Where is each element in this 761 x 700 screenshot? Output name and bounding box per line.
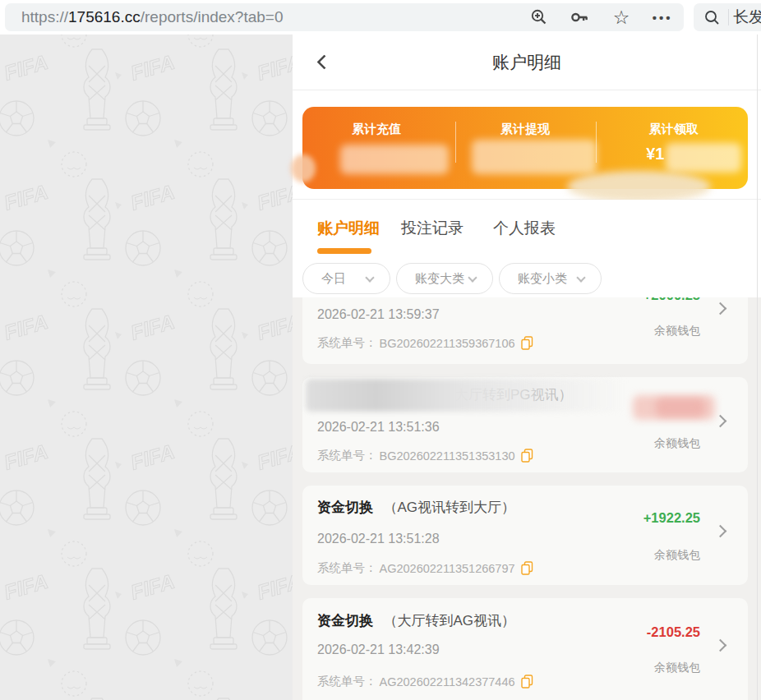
transaction-type: 资金切换	[317, 500, 373, 515]
chevron-down-icon	[365, 273, 374, 282]
transaction-time: 2026-02-21 13:51:36	[317, 420, 440, 435]
redacted-claimed-value	[666, 143, 741, 173]
redacted-blob	[291, 154, 316, 182]
transaction-time: 2026-02-21 13:51:28	[317, 532, 440, 546]
url-domain: 175616.cc	[68, 8, 141, 25]
search-icon	[703, 9, 721, 30]
total-withdraw-label: 累计提现	[451, 122, 600, 137]
wallet-label: 余额钱包	[654, 324, 700, 338]
card-divider	[455, 122, 456, 163]
totals-card: 累计充值 累计提现 累计领取 ¥1	[302, 107, 748, 189]
password-key-icon[interactable]	[570, 7, 590, 27]
browser-toolbar: https://175616.cc/reports/index?tab=0 ☆ …	[0, 0, 761, 35]
page-title: 账户明细	[293, 35, 761, 90]
transaction-card[interactable]: （大厅转到PG视讯） 2026-02-21 13:51:36 系统单号：BG20…	[302, 377, 748, 472]
transaction-order: 系统单号：AG202602211351266797	[317, 560, 533, 576]
copy-icon[interactable]	[521, 336, 533, 350]
chevron-right-icon[interactable]	[714, 415, 727, 428]
fifa-watermark-background: FIFA	[0, 35, 293, 700]
order-number: BG202602211359367106	[380, 337, 515, 350]
redacted-withdraw-value	[472, 140, 597, 174]
transaction-card[interactable]: 资金切换 （AG视讯转到大厅） 2026-02-21 13:51:28 系统单号…	[302, 486, 748, 585]
tab-account-detail[interactable]: 账户明细	[317, 218, 380, 239]
wallet-label: 余额钱包	[654, 436, 700, 451]
url-text: https://175616.cc/reports/index?tab=0	[21, 3, 283, 31]
browser-search-box[interactable]: 长发	[694, 3, 761, 31]
minor-category-dropdown[interactable]: 账变小类	[499, 263, 602, 294]
date-filter-label: 今日	[321, 264, 346, 293]
minor-category-label: 账变小类	[518, 264, 567, 293]
active-tab-indicator	[317, 248, 371, 254]
url-path: /reports/index?tab=0	[141, 8, 284, 25]
chevron-down-icon	[468, 273, 477, 282]
copy-icon[interactable]	[521, 675, 533, 688]
address-bar[interactable]: https://175616.cc/reports/index?tab=0 ☆ …	[5, 3, 684, 31]
transaction-time: 2026-02-21 13:59:37	[317, 307, 440, 322]
order-prefix: 系统单号：	[317, 335, 377, 351]
transaction-type: 资金切换	[317, 613, 373, 629]
transaction-amount: +2000.25	[643, 297, 700, 303]
tab-bet-records[interactable]: 投注记录	[401, 218, 464, 239]
transaction-order: 系统单号：AG202602211342377446	[317, 674, 533, 689]
bookmark-star-icon[interactable]: ☆	[611, 7, 631, 27]
more-options-icon[interactable]: •••	[653, 7, 672, 27]
copy-icon[interactable]	[521, 449, 533, 463]
total-deposit-label: 累计充值	[302, 122, 451, 137]
transaction-amount: +1922.25	[643, 510, 700, 526]
tabs-and-filters: 账户明细 投注记录 个人报表 今日 账变大类 账变小类	[293, 200, 761, 297]
transaction-time: 2026-02-21 13:42:39	[317, 642, 440, 657]
total-claimed-label: 累计领取	[599, 122, 748, 137]
scrollbar-edge[interactable]	[757, 35, 758, 700]
chevron-down-icon	[576, 273, 585, 282]
transaction-card[interactable]: 2026-02-21 13:59:37 系统单号：BG2026022113593…	[302, 297, 748, 364]
page-header: 账户明细	[293, 35, 761, 90]
chevron-right-icon[interactable]	[714, 302, 727, 315]
chevron-right-icon[interactable]	[714, 525, 727, 538]
search-query-text: 长发	[733, 3, 761, 31]
wallet-label: 余额钱包	[654, 548, 700, 563]
redacted-deposit-value	[340, 145, 449, 174]
transaction-title: 资金切换 （AG视讯转到大厅）	[317, 498, 515, 517]
redacted-amount-blob	[656, 398, 705, 417]
date-filter-dropdown[interactable]: 今日	[302, 263, 390, 294]
order-prefix: 系统单号：	[317, 448, 377, 463]
redacted-title-blob	[306, 379, 626, 412]
tab-personal-report[interactable]: 个人报表	[493, 218, 556, 239]
chevron-right-icon[interactable]	[714, 639, 727, 652]
transaction-subtitle: （大厅转到AG视讯）	[383, 613, 515, 629]
copy-icon[interactable]	[521, 561, 533, 575]
transaction-subtitle: （AG视讯转到大厅）	[383, 500, 515, 515]
transaction-order: 系统单号：BG202602211359367106	[317, 335, 533, 351]
total-claimed-value: ¥1	[646, 145, 664, 163]
search-divider	[728, 9, 729, 25]
account-detail-panel: 账户明细 累计充值 累计提现 累计领取 ¥1 账户明细 投注记录 个人报表	[293, 35, 761, 700]
summary-section: 累计充值 累计提现 累计领取 ¥1	[293, 90, 761, 200]
order-number: AG202602211351266797	[380, 562, 515, 575]
wallet-label: 余额钱包	[654, 661, 700, 675]
zoom-in-icon[interactable]	[529, 7, 549, 27]
url-scheme: https://	[21, 8, 68, 25]
major-category-label: 账变大类	[415, 264, 464, 293]
transaction-amount: -2105.25	[647, 624, 700, 640]
redacted-blob	[567, 171, 711, 202]
order-number: BG202602211351353130	[380, 449, 515, 463]
major-category-dropdown[interactable]: 账变大类	[396, 263, 493, 294]
order-prefix: 系统单号：	[317, 560, 377, 576]
transaction-order: 系统单号：BG202602211351353130	[317, 448, 533, 463]
order-number: AG202602211342377446	[380, 675, 515, 688]
order-prefix: 系统单号：	[317, 674, 377, 689]
transaction-card[interactable]: 资金切换 （大厅转到AG视讯） 2026-02-21 13:42:39 系统单号…	[302, 598, 748, 700]
transaction-title: 资金切换 （大厅转到AG视讯）	[317, 611, 515, 630]
